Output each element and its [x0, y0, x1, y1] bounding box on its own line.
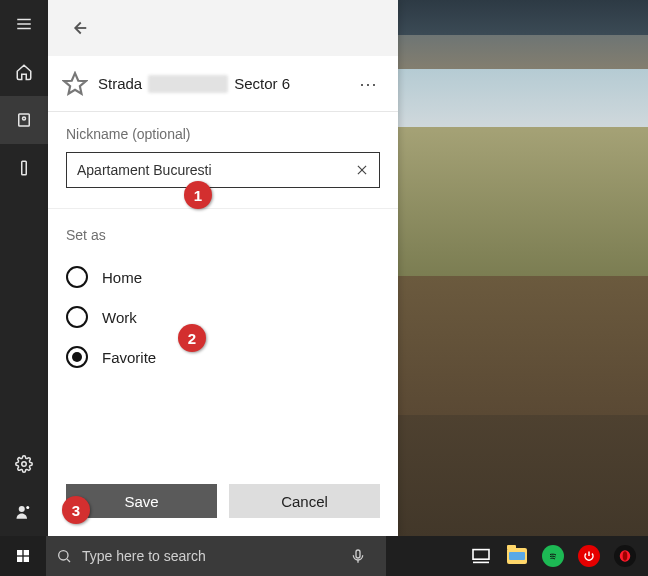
taskbar-tray: [470, 545, 648, 567]
app-sidebar: [0, 0, 48, 536]
address-row: Strada Sector 6 ⋯: [48, 56, 398, 112]
radio-icon: [66, 346, 88, 368]
cancel-button[interactable]: Cancel: [229, 484, 380, 518]
search-icon: [56, 548, 72, 564]
taskbar-search[interactable]: Type here to search: [46, 536, 386, 576]
button-row: Save Cancel: [48, 468, 398, 536]
star-icon: [62, 71, 88, 97]
address-part1: Strada: [98, 75, 142, 92]
account-nav-icon[interactable]: [0, 488, 48, 536]
address-redacted: [148, 75, 228, 93]
opera-icon[interactable]: [614, 545, 636, 567]
hamburger-button[interactable]: [0, 0, 48, 48]
radio-icon: [66, 306, 88, 328]
search-placeholder: Type here to search: [82, 548, 206, 564]
radio-work[interactable]: Work: [66, 297, 380, 337]
edit-place-panel: Strada Sector 6 ⋯ Nickname (optional) Se…: [48, 0, 398, 536]
explorer-icon[interactable]: [506, 545, 528, 567]
home-nav-icon[interactable]: [0, 48, 48, 96]
saved-places-nav-icon[interactable]: [0, 96, 48, 144]
svg-rect-21: [356, 550, 360, 558]
radio-favorite[interactable]: Favorite: [66, 337, 380, 377]
callout-2: 2: [178, 324, 206, 352]
task-view-icon[interactable]: [470, 545, 492, 567]
remote-nav-icon[interactable]: [0, 144, 48, 192]
svg-rect-16: [24, 550, 29, 555]
address-text: Strada Sector 6: [98, 75, 352, 93]
callout-3: 3: [62, 496, 90, 524]
more-button[interactable]: ⋯: [352, 73, 384, 95]
svg-marker-12: [64, 73, 86, 94]
svg-line-20: [67, 559, 70, 562]
svg-point-4: [23, 117, 26, 120]
taskbar: Type here to search: [0, 536, 648, 576]
power-icon[interactable]: [578, 545, 600, 567]
radio-home-label: Home: [102, 269, 142, 286]
svg-rect-15: [17, 550, 22, 555]
clear-button[interactable]: [344, 152, 380, 188]
svg-rect-17: [17, 557, 22, 562]
nickname-label: Nickname (optional): [66, 126, 380, 142]
svg-point-8: [22, 462, 27, 467]
radio-work-label: Work: [102, 309, 137, 326]
svg-point-19: [59, 551, 68, 560]
panel-header: [48, 0, 398, 56]
svg-point-27: [623, 551, 628, 560]
close-icon: [355, 163, 369, 177]
settings-nav-icon[interactable]: [0, 440, 48, 488]
back-button[interactable]: [58, 8, 98, 48]
spotify-icon[interactable]: [542, 545, 564, 567]
svg-rect-5: [22, 161, 27, 175]
svg-point-10: [26, 506, 29, 509]
mic-icon[interactable]: [350, 548, 366, 564]
svg-point-9: [19, 506, 25, 512]
radio-favorite-label: Favorite: [102, 349, 156, 366]
callout-1: 1: [184, 181, 212, 209]
svg-rect-23: [473, 550, 489, 560]
radio-home[interactable]: Home: [66, 257, 380, 297]
nickname-input[interactable]: [66, 152, 380, 188]
start-button[interactable]: [0, 536, 46, 576]
radio-icon: [66, 266, 88, 288]
svg-rect-18: [24, 557, 29, 562]
address-part2: Sector 6: [234, 75, 290, 92]
setas-label: Set as: [66, 227, 380, 243]
